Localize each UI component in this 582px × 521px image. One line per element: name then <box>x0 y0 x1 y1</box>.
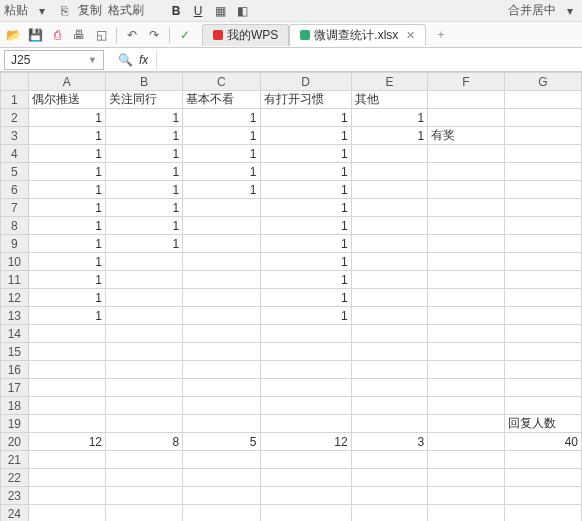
cell[interactable]: 1 <box>28 163 105 181</box>
cell[interactable]: 1 <box>260 289 351 307</box>
cell[interactable] <box>28 397 105 415</box>
cell[interactable]: 1 <box>106 199 183 217</box>
cell[interactable]: 1 <box>260 253 351 271</box>
row-header[interactable]: 8 <box>1 217 29 235</box>
cell[interactable]: 1 <box>106 145 183 163</box>
open-icon[interactable]: 📂 <box>4 26 22 44</box>
cell[interactable] <box>504 145 581 163</box>
cell[interactable]: 有打开习惯 <box>260 91 351 109</box>
cell[interactable] <box>504 451 581 469</box>
cell[interactable]: 1 <box>183 163 260 181</box>
cell[interactable] <box>351 397 427 415</box>
cell[interactable] <box>351 217 427 235</box>
cell[interactable]: 1 <box>183 127 260 145</box>
underline-icon[interactable]: U <box>190 3 206 19</box>
cell[interactable] <box>504 163 581 181</box>
cell[interactable] <box>183 253 260 271</box>
cell[interactable] <box>504 505 581 522</box>
cell[interactable] <box>428 415 504 433</box>
cell[interactable] <box>428 469 504 487</box>
cell[interactable] <box>183 397 260 415</box>
cell[interactable] <box>351 145 427 163</box>
cell[interactable]: 1 <box>351 127 427 145</box>
col-header[interactable]: C <box>183 73 260 91</box>
paste-label[interactable]: 粘贴 <box>4 2 28 19</box>
cell[interactable] <box>106 307 183 325</box>
cell[interactable]: 1 <box>106 109 183 127</box>
cell[interactable] <box>106 271 183 289</box>
row-header[interactable]: 15 <box>1 343 29 361</box>
print-icon[interactable]: 🖶 <box>70 26 88 44</box>
cell[interactable] <box>351 289 427 307</box>
cell[interactable] <box>260 505 351 522</box>
cell[interactable] <box>260 325 351 343</box>
cell[interactable] <box>428 433 504 451</box>
select-all-corner[interactable] <box>1 73 29 91</box>
cell[interactable] <box>106 505 183 522</box>
cell[interactable]: 1 <box>28 235 105 253</box>
name-box-dropdown-icon[interactable]: ▼ <box>88 55 97 65</box>
cell[interactable] <box>428 91 504 109</box>
cell[interactable] <box>351 307 427 325</box>
row-header[interactable]: 22 <box>1 469 29 487</box>
cell[interactable] <box>183 361 260 379</box>
cell[interactable] <box>504 325 581 343</box>
cell[interactable] <box>504 307 581 325</box>
cell[interactable] <box>183 271 260 289</box>
cell[interactable] <box>183 325 260 343</box>
cell[interactable]: 1 <box>28 145 105 163</box>
cell[interactable] <box>106 397 183 415</box>
cell[interactable]: 1 <box>28 307 105 325</box>
cell[interactable]: 关注同行 <box>106 91 183 109</box>
cell[interactable] <box>428 271 504 289</box>
row-header[interactable]: 19 <box>1 415 29 433</box>
cell[interactable] <box>428 253 504 271</box>
fill-icon[interactable]: ◧ <box>234 3 250 19</box>
cell[interactable] <box>28 469 105 487</box>
cell[interactable] <box>183 235 260 253</box>
cell[interactable]: 12 <box>260 433 351 451</box>
cell[interactable]: 1 <box>106 217 183 235</box>
cell[interactable] <box>504 289 581 307</box>
save-icon[interactable]: 💾 <box>26 26 44 44</box>
cell[interactable] <box>183 415 260 433</box>
cell[interactable] <box>106 325 183 343</box>
cell[interactable] <box>351 253 427 271</box>
cell[interactable] <box>28 361 105 379</box>
cell[interactable]: 1 <box>351 109 427 127</box>
pdf-icon[interactable]: ⎙ <box>48 26 66 44</box>
cell[interactable]: 1 <box>183 145 260 163</box>
cell[interactable] <box>183 379 260 397</box>
tab-home[interactable]: 我的WPS <box>202 24 289 46</box>
cell[interactable]: 5 <box>183 433 260 451</box>
col-header[interactable]: A <box>28 73 105 91</box>
row-header[interactable]: 2 <box>1 109 29 127</box>
cell[interactable] <box>183 469 260 487</box>
row-header[interactable]: 23 <box>1 487 29 505</box>
cell[interactable] <box>504 361 581 379</box>
cell[interactable] <box>106 343 183 361</box>
cell[interactable]: 3 <box>351 433 427 451</box>
cell[interactable]: 1 <box>260 163 351 181</box>
row-header[interactable]: 9 <box>1 235 29 253</box>
cell[interactable] <box>260 361 351 379</box>
cell[interactable] <box>351 487 427 505</box>
cell[interactable]: 1 <box>260 181 351 199</box>
cell[interactable] <box>260 451 351 469</box>
cell[interactable]: 1 <box>106 127 183 145</box>
cell[interactable] <box>428 145 504 163</box>
cell[interactable] <box>106 379 183 397</box>
cell[interactable]: 1 <box>106 163 183 181</box>
cell[interactable] <box>504 235 581 253</box>
cell[interactable]: 1 <box>28 109 105 127</box>
cell[interactable] <box>428 487 504 505</box>
cell[interactable] <box>428 163 504 181</box>
cell[interactable] <box>183 505 260 522</box>
cell[interactable] <box>183 289 260 307</box>
cell[interactable] <box>504 469 581 487</box>
copy-icon[interactable]: ⎘ <box>56 3 72 19</box>
col-header[interactable]: B <box>106 73 183 91</box>
cell[interactable]: 12 <box>28 433 105 451</box>
cell[interactable] <box>28 343 105 361</box>
col-header[interactable]: D <box>260 73 351 91</box>
